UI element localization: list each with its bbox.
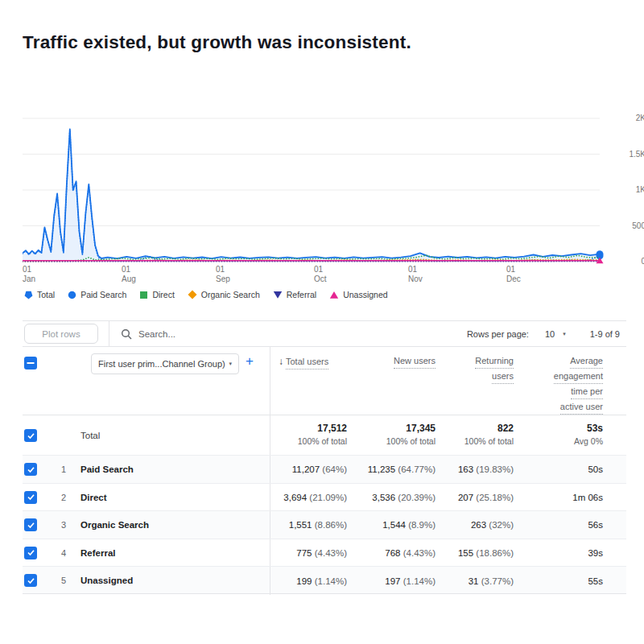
select-all-checkbox[interactable] [24, 357, 37, 369]
returning-users-total: 822100% of total [436, 422, 514, 456]
pagination-range: 1-9 of 9 [590, 329, 620, 339]
channels-table: First user prim...Channel Group) ▾ + ↓To… [23, 347, 626, 594]
table-body: 1 Paid Search 11,207 (64%) 11,235 (64.77… [23, 455, 626, 594]
new-users-cell: 768 (4.43%) [347, 548, 436, 558]
x-tick-oct: 01Oct [314, 265, 341, 284]
check-icon [27, 465, 35, 474]
chevron-down-icon[interactable]: ▾ [563, 331, 566, 337]
table-row[interactable]: 3 Organic Search 1,551 (8.86%) 1,544 (8.… [23, 510, 626, 539]
search-icon [121, 328, 132, 340]
chart-legend: Total Paid Search Direct Organic Search … [24, 290, 388, 299]
y-tick: 1K [596, 185, 644, 194]
table-toolbar: Plot rows Rows per page: 10 ▾ 1-9 of 9 [23, 320, 626, 347]
square-icon [139, 291, 148, 299]
pentagon-icon [24, 291, 33, 299]
search-input[interactable] [138, 329, 316, 339]
legend-item-unassigned[interactable]: Unassigned [329, 290, 387, 299]
total-users-cell: 775 (4.43%) [270, 548, 347, 558]
toolbar-divider [109, 320, 109, 347]
channel-name: Unassigned [80, 576, 133, 585]
row-number: 1 [56, 464, 66, 474]
row-number: 3 [56, 520, 66, 530]
chart-canvas[interactable] [23, 113, 626, 288]
new-users-cell: 1,544 (8.9%) [347, 520, 436, 530]
new-users-cell: 3,536 (20.39%) [347, 493, 436, 502]
chevron-down-icon: ▾ [229, 361, 232, 367]
table-search [121, 328, 467, 340]
x-tick-nov: 01Nov [408, 265, 436, 284]
rows-per-page-label: Rows per page: [467, 329, 529, 339]
table-row[interactable]: 1 Paid Search 11,207 (64%) 11,235 (64.77… [23, 455, 626, 483]
row-checkbox[interactable] [24, 518, 37, 531]
row-checkbox[interactable] [24, 429, 37, 442]
channel-name: Direct [80, 493, 107, 502]
dimension-dropdown-label: First user prim...Channel Group) [98, 359, 225, 369]
total-users-cell: 11,207 (64%) [270, 464, 347, 474]
row-number: 5 [56, 576, 66, 585]
check-icon [27, 548, 35, 557]
legend-item-paid-search[interactable]: Paid Search [68, 290, 126, 299]
row-checkbox[interactable] [24, 547, 37, 559]
total-users-cell: 3,694 (21.09%) [270, 493, 347, 502]
table-row[interactable]: 5 Unassigned 199 (1.14%) 197 (1.14%) 31 … [23, 566, 626, 594]
y-tick: 500 [596, 221, 644, 230]
check-icon [27, 493, 35, 502]
column-header-avg-engagement[interactable]: Average engagement time per active user [514, 356, 603, 415]
returning-users-cell: 31 (3.77%) [436, 576, 514, 586]
returning-users-cell: 263 (32%) [436, 520, 514, 530]
traffic-over-time-chart: 2K 1.5K 1K 500 0 01Aug 01Sep 01Oct 01Nov… [23, 113, 626, 288]
table-total-row: Total 17,512100% of total 17,345100% of … [23, 415, 626, 455]
returning-users-cell: 163 (19.83%) [436, 464, 514, 474]
legend-item-organic-search[interactable]: Organic Search [188, 290, 260, 299]
check-icon [27, 431, 35, 440]
column-header-returning-users[interactable]: Returning users [436, 356, 514, 415]
triangle-down-icon [273, 291, 283, 299]
table-row[interactable]: 4 Referral 775 (4.43%) 768 (4.43%) 155 (… [23, 539, 626, 567]
returning-users-cell: 207 (25.18%) [436, 493, 514, 502]
dimension-dropdown[interactable]: First user prim...Channel Group) ▾ [91, 353, 239, 374]
plot-rows-button[interactable]: Plot rows [24, 324, 98, 344]
new-users-total: 17,345100% of total [347, 422, 436, 456]
check-icon [27, 521, 35, 530]
analytics-dashboard: Traffic existed, but growth was inconsis… [0, 0, 644, 644]
returning-users-cell: 155 (18.86%) [436, 548, 514, 558]
engagement-cell: 55s [514, 576, 603, 586]
legend-item-referral[interactable]: Referral [273, 290, 316, 299]
row-checkbox[interactable] [24, 491, 37, 504]
legend-item-direct[interactable]: Direct [139, 290, 174, 299]
legend-item-total[interactable]: Total [24, 290, 55, 299]
x-tick-dec: 01Dec [506, 265, 534, 284]
row-number: 2 [56, 493, 66, 502]
x-tick-aug: 01Aug [122, 265, 149, 284]
engagement-cell: 56s [514, 520, 603, 530]
row-checkbox[interactable] [24, 463, 37, 476]
triangle-up-icon [329, 291, 339, 299]
channel-name: Paid Search [80, 464, 134, 474]
total-users-cell: 1,551 (8.86%) [270, 520, 347, 530]
total-users-cell: 199 (1.14%) [270, 576, 347, 586]
engagement-cell: 1m 06s [514, 493, 603, 502]
y-tick: 2K [596, 114, 644, 122]
page-title: Traffic existed, but growth was inconsis… [23, 32, 411, 53]
row-checkbox[interactable] [24, 574, 37, 587]
rows-per-page-value[interactable]: 10 [545, 329, 555, 339]
metric-headers: ↓Total users New users Returning users A… [270, 347, 626, 415]
total-row-label: Total [80, 431, 100, 440]
pagination-controls: Rows per page: 10 ▾ 1-9 of 9 [467, 329, 620, 339]
circle-icon [68, 291, 76, 299]
table-header-row: First user prim...Channel Group) ▾ + ↓To… [23, 347, 626, 415]
column-header-new-users[interactable]: New users [347, 356, 436, 415]
new-users-cell: 11,235 (64.77%) [347, 464, 436, 474]
total-users-total: 17,512100% of total [270, 422, 347, 456]
check-icon [27, 576, 35, 585]
channel-name: Referral [80, 548, 115, 558]
table-row[interactable]: 2 Direct 3,694 (21.09%) 3,536 (20.39%) 2… [23, 483, 626, 511]
diamond-icon [188, 290, 197, 299]
new-users-cell: 197 (1.14%) [347, 576, 436, 586]
add-dimension-button[interactable]: + [246, 353, 254, 369]
column-header-total-users[interactable]: ↓Total users [270, 356, 347, 415]
y-tick: 1.5K [596, 150, 644, 159]
row-number: 4 [56, 548, 66, 558]
x-tick-sep: 01Sep [216, 265, 243, 284]
channel-name: Organic Search [80, 520, 149, 530]
